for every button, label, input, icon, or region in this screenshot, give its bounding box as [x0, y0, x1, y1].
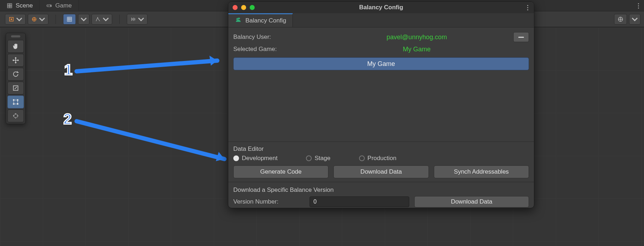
tool-shading-mode[interactable]: [5, 14, 26, 25]
version-number-label: Version Number:: [233, 198, 305, 205]
generate-code-button-label: Generate Code: [260, 168, 302, 175]
transform-tool-palette: [6, 33, 26, 124]
synch-addressables-button[interactable]: Synch Addressables: [434, 165, 529, 178]
radio-production-label: Production: [368, 155, 396, 162]
chevron-down-icon: [103, 16, 109, 22]
radio-dot-icon: [233, 155, 239, 161]
tab-game[interactable]: Game: [40, 0, 78, 11]
rect-tool[interactable]: [7, 96, 24, 108]
radio-stage[interactable]: Stage: [306, 155, 330, 162]
chevron-down-icon: [138, 16, 144, 22]
tab-balancy-config-label: Balancy Config: [245, 17, 286, 24]
annotation-label-1: 1: [64, 61, 72, 78]
synch-addressables-button-label: Synch Addressables: [454, 168, 509, 175]
select-game-button[interactable]: My Game: [233, 57, 529, 70]
svg-point-12: [17, 103, 18, 104]
tab-balancy-config[interactable]: Balancy Config: [228, 13, 293, 27]
chevron-down-icon: [39, 16, 45, 22]
tab-scene[interactable]: Scene: [0, 0, 40, 11]
chevron-down-icon: [16, 16, 22, 22]
generate-code-button[interactable]: Generate Code: [233, 165, 328, 178]
svg-marker-14: [209, 56, 217, 66]
svg-point-11: [13, 103, 14, 104]
hand-tool[interactable]: [7, 40, 24, 53]
download-version-button-label: Download Data: [451, 198, 492, 205]
svg-point-9: [13, 99, 14, 101]
tool-gizmo-options[interactable]: [127, 14, 147, 25]
transform-tool[interactable]: [7, 109, 24, 122]
scale-tool[interactable]: [7, 82, 24, 94]
svg-point-10: [17, 99, 18, 101]
environment-radio-group: Development Stage Production: [233, 155, 529, 162]
gamepad-icon: [46, 2, 52, 9]
popup-body: Balancy User: pavel@unnyhog.com Selected…: [228, 27, 534, 208]
selected-game-value: My Game: [305, 46, 529, 53]
hedgehog-icon: [235, 17, 242, 24]
radio-production[interactable]: Production: [359, 155, 396, 162]
radio-development-label: Development: [242, 155, 277, 162]
overflow-menu-icon[interactable]: [634, 1, 643, 11]
svg-rect-8: [14, 100, 18, 104]
palette-grip[interactable]: [11, 35, 20, 37]
radio-development[interactable]: Development: [233, 155, 277, 162]
radio-stage-label: Stage: [315, 155, 330, 162]
logout-button[interactable]: [513, 32, 529, 42]
radio-dot-icon: [359, 155, 365, 161]
tool-snap-increment[interactable]: [92, 14, 112, 25]
download-data-button[interactable]: Download Data: [333, 165, 429, 178]
grid-icon: [6, 2, 13, 9]
tool-scene-gizmo[interactable]: [614, 14, 627, 25]
annotation-label-2: 2: [63, 111, 72, 128]
window-overflow-menu[interactable]: [523, 2, 532, 12]
window-titlebar[interactable]: Balancy Config: [228, 2, 534, 13]
rotate-tool[interactable]: [7, 68, 24, 81]
tab-scene-label: Scene: [16, 2, 33, 9]
download-specific-heading: Download a Specific Balance Version: [233, 186, 529, 194]
tool-2d-mode[interactable]: [28, 14, 48, 25]
move-tool[interactable]: [7, 54, 24, 67]
radio-dot-icon: [306, 155, 312, 161]
user-value: pavel@unnyhog.com: [305, 34, 529, 41]
download-version-button[interactable]: Download Data: [414, 196, 529, 207]
tab-game-label: Game: [55, 2, 72, 9]
annotation-arrow-2: [75, 114, 239, 168]
top-right-group: [634, 0, 643, 11]
popup-tab-strip: Balancy Config: [228, 13, 534, 27]
tool-scene-gizmo-dropdown[interactable]: [629, 14, 640, 25]
window-title: Balancy Config: [228, 4, 534, 11]
toolbar-divider: [56, 15, 56, 24]
tool-grid-options[interactable]: [78, 14, 89, 25]
svg-point-2: [51, 5, 51, 6]
user-label: Balancy User:: [233, 34, 305, 41]
data-editor-heading: Data Editor: [233, 145, 529, 153]
svg-point-4: [11, 18, 12, 20]
tool-grid-snap[interactable]: [63, 14, 76, 25]
selected-game-label: Selected Game:: [233, 46, 305, 53]
select-game-button-label: My Game: [367, 60, 395, 68]
balancy-config-window: Balancy Config Balancy Config Balancy Us…: [228, 1, 534, 208]
version-number-input[interactable]: [310, 196, 409, 207]
download-data-button-label: Download Data: [360, 168, 402, 175]
annotation-arrow-1: [75, 53, 232, 78]
toolbar-divider: [119, 15, 120, 24]
